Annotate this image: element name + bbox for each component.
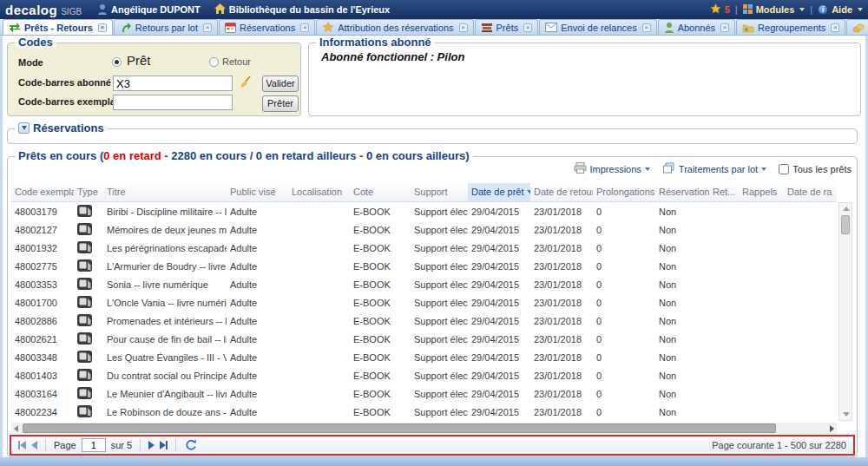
notifications[interactable]: 5 xyxy=(710,3,730,16)
cell-support: Support électron... xyxy=(411,279,468,290)
column-header-0[interactable]: Code exemplaire xyxy=(11,183,74,201)
tab-5[interactable]: Envoi de relances× xyxy=(539,19,656,35)
folder-icon xyxy=(742,23,754,33)
table-row[interactable]: 48002234Le Robinson de douze ans -- livr… xyxy=(11,403,837,421)
mode-retour-radio[interactable] xyxy=(209,57,219,67)
horizontal-scroll-thumb[interactable] xyxy=(23,423,776,433)
table-row[interactable]: 48002127Mémoires de deux jeunes mariées … xyxy=(11,220,837,239)
table-row[interactable]: 48003353Sonia -- livre numériqueAdulteE-… xyxy=(11,275,837,293)
grid-body: 48003179Biribi - Discipline militaire --… xyxy=(11,202,837,421)
cell-code: 48003179 xyxy=(11,207,74,217)
column-header-11[interactable]: Ret... xyxy=(709,183,739,201)
exemplaire-barcode-input[interactable] xyxy=(113,95,233,110)
tab-label: Prêts - Retours xyxy=(24,23,93,33)
tab-3[interactable]: Attribution des réservations× xyxy=(316,19,473,35)
close-icon[interactable]: × xyxy=(203,23,212,32)
aide-menu[interactable]: i Aide xyxy=(818,4,863,15)
current-library-label: Bibliothèque du bassin de l'Eyrieux xyxy=(229,4,390,15)
horizontal-scrollbar[interactable] xyxy=(11,423,837,434)
ebook-type-icon xyxy=(74,259,103,273)
preter-button[interactable]: Prêter xyxy=(262,95,299,112)
clear-broom-icon[interactable] xyxy=(239,75,252,92)
table-row[interactable]: 48001932Les pérégrinations escapades et … xyxy=(11,239,837,257)
scroll-up-icon[interactable] xyxy=(843,207,850,211)
valider-button[interactable]: Valider xyxy=(262,75,299,92)
column-header-2[interactable]: Titre xyxy=(103,183,227,201)
close-icon[interactable]: × xyxy=(300,23,309,32)
cell-support: Support électron... xyxy=(411,207,468,217)
table-row[interactable]: 48001700L'Oncle Vania -- livre numérique… xyxy=(11,293,837,312)
impressions-menu[interactable]: Impressions xyxy=(574,162,650,175)
close-icon[interactable]: × xyxy=(831,23,839,32)
cell-code: 48003164 xyxy=(11,389,74,399)
current-library[interactable]: Bibliothèque du bassin de l'Eyrieux xyxy=(214,3,390,16)
divider xyxy=(140,439,141,451)
column-header-9[interactable]: Prolongations xyxy=(593,183,655,201)
close-icon[interactable]: × xyxy=(98,23,107,32)
exemplaire-barcode-label: Code-barres exemplaire xyxy=(18,96,127,107)
tab-1[interactable]: Retours par lot× xyxy=(114,19,218,35)
logo-text: decalog xyxy=(5,3,57,17)
column-header-1[interactable]: Type xyxy=(74,183,103,201)
column-header-10[interactable]: Réservation xyxy=(655,183,709,201)
refresh-button[interactable] xyxy=(184,439,197,451)
column-header-4[interactable]: Localisation xyxy=(288,183,350,201)
column-header-6[interactable]: Support xyxy=(411,183,468,201)
cell-cote: E-BOOK xyxy=(350,407,411,417)
modules-menu[interactable]: Modules xyxy=(743,4,806,16)
table-row[interactable]: 48003348Les Quatre Évangiles - III - Vér… xyxy=(11,348,837,366)
scroll-left-icon[interactable] xyxy=(14,425,18,432)
close-icon[interactable]: × xyxy=(720,23,729,32)
scroll-down-icon[interactable] xyxy=(843,412,850,417)
table-row[interactable]: 48002621Pour cause de fin de bail -- liv… xyxy=(11,330,837,348)
last-page-button[interactable] xyxy=(160,441,168,450)
table-row[interactable]: 48001403Du contrat social ou Principes d… xyxy=(11,366,837,384)
tab-4[interactable]: Prêts× xyxy=(475,19,539,35)
mode-retour-label[interactable]: Retour xyxy=(222,56,251,67)
scroll-right-icon[interactable] xyxy=(830,425,834,432)
person-icon xyxy=(664,22,674,33)
vertical-scroll-thumb[interactable] xyxy=(841,215,850,234)
mode-pret-radio[interactable] xyxy=(112,57,122,67)
cell-reservation: Non xyxy=(655,261,709,272)
next-page-button[interactable] xyxy=(148,441,155,450)
table-row[interactable]: 48002775L'Armurier de Boudry -- livre nu… xyxy=(11,257,837,275)
cell-date_pret: 29/04/2015 xyxy=(468,407,530,417)
cell-date_pret: 29/04/2015 xyxy=(468,207,530,217)
tab-7[interactable]: Regroupements× xyxy=(736,19,845,35)
cell-reservation: Non xyxy=(655,207,709,217)
cell-date_retour: 23/01/2018 xyxy=(530,316,593,326)
tab-label: Retours par lot xyxy=(135,23,198,33)
table-row[interactable]: 48002886Promenades et intérieurs -- livr… xyxy=(11,312,837,330)
cell-public: Adulte xyxy=(227,207,288,217)
column-header-12[interactable]: Rappels xyxy=(739,183,784,201)
traitements-menu[interactable]: Traitements par lot xyxy=(662,162,766,175)
collapse-toggle-icon[interactable] xyxy=(18,122,30,134)
column-header-5[interactable]: Cote xyxy=(350,183,411,201)
close-icon[interactable]: × xyxy=(642,23,651,32)
close-icon[interactable]: × xyxy=(459,23,468,32)
tab-8[interactable]: Dettes & Règlements× xyxy=(846,19,868,35)
cell-titre: Biribi - Discipline militaire -- livre n… xyxy=(103,207,227,217)
tab-0[interactable]: Prêts - Retours× xyxy=(3,19,113,35)
close-icon[interactable]: × xyxy=(523,23,532,32)
prev-page-button[interactable] xyxy=(31,441,37,450)
table-row[interactable]: 48003164Le Meunier d'Angibault -- livre … xyxy=(11,384,837,403)
column-header-3[interactable]: Public visé xyxy=(227,183,288,201)
modules-label: Modules xyxy=(756,4,795,15)
first-page-button[interactable] xyxy=(18,441,26,450)
current-user[interactable]: Angélique DUPONT xyxy=(97,3,201,16)
tous-les-prets-checkbox[interactable] xyxy=(779,164,789,174)
column-header-7[interactable]: Date de prêt xyxy=(468,183,530,201)
tab-2[interactable]: Réservations× xyxy=(219,19,315,35)
table-row[interactable]: 48003179Biribi - Discipline militaire --… xyxy=(11,202,837,220)
cell-cote: E-BOOK xyxy=(350,334,411,345)
cell-cote: E-BOOK xyxy=(350,261,411,272)
column-header-13[interactable]: Date de rapp xyxy=(784,183,832,201)
tab-6[interactable]: Abonnés× xyxy=(658,19,735,35)
page-input[interactable] xyxy=(82,438,106,452)
abonne-barcode-input[interactable] xyxy=(113,75,233,91)
column-header-8[interactable]: Date de retour p... xyxy=(530,183,593,201)
mode-pret-label[interactable]: Prêt xyxy=(127,53,151,68)
vertical-scrollbar[interactable] xyxy=(838,202,852,421)
